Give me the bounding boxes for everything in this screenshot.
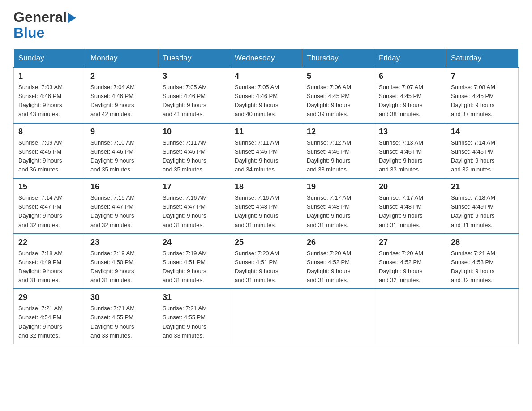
day-number: 7 xyxy=(451,72,514,81)
day-info: Sunrise: 7:18 AM Sunset: 4:49 PM Dayligh… xyxy=(451,193,514,230)
day-number: 17 xyxy=(163,182,225,192)
day-number: 22 xyxy=(18,238,81,247)
calendar-day-header: Saturday xyxy=(446,49,519,68)
day-number: 29 xyxy=(18,293,81,302)
day-info: Sunrise: 7:14 AM Sunset: 4:46 PM Dayligh… xyxy=(451,138,514,175)
calendar-cell xyxy=(446,289,519,344)
day-number: 11 xyxy=(235,127,297,137)
day-number: 26 xyxy=(307,238,369,247)
day-info: Sunrise: 7:17 AM Sunset: 4:48 PM Dayligh… xyxy=(307,193,369,230)
day-number: 25 xyxy=(235,238,297,247)
calendar-cell: 17 Sunrise: 7:16 AM Sunset: 4:47 PM Dayl… xyxy=(158,178,230,234)
day-info: Sunrise: 7:17 AM Sunset: 4:48 PM Dayligh… xyxy=(379,193,442,230)
calendar-cell: 5 Sunrise: 7:06 AM Sunset: 4:45 PM Dayli… xyxy=(302,68,374,123)
calendar-day-header: Tuesday xyxy=(158,49,230,68)
page-header: General Blue xyxy=(13,9,519,40)
calendar-cell: 13 Sunrise: 7:13 AM Sunset: 4:46 PM Dayl… xyxy=(374,123,446,179)
calendar-cell: 1 Sunrise: 7:03 AM Sunset: 4:46 PM Dayli… xyxy=(14,68,86,123)
day-number: 8 xyxy=(18,127,81,137)
calendar-week-row: 15 Sunrise: 7:14 AM Sunset: 4:47 PM Dayl… xyxy=(14,178,519,234)
day-number: 9 xyxy=(90,127,153,137)
day-number: 12 xyxy=(307,127,369,137)
day-info: Sunrise: 7:14 AM Sunset: 4:47 PM Dayligh… xyxy=(18,193,81,230)
calendar-cell: 6 Sunrise: 7:07 AM Sunset: 4:45 PM Dayli… xyxy=(374,68,446,123)
day-info: Sunrise: 7:19 AM Sunset: 4:50 PM Dayligh… xyxy=(90,249,153,285)
day-number: 13 xyxy=(379,127,442,137)
day-info: Sunrise: 7:05 AM Sunset: 4:46 PM Dayligh… xyxy=(235,83,297,119)
day-number: 18 xyxy=(235,182,297,192)
calendar-day-header: Monday xyxy=(86,49,158,68)
calendar-cell: 24 Sunrise: 7:19 AM Sunset: 4:51 PM Dayl… xyxy=(158,234,230,289)
calendar-cell: 28 Sunrise: 7:21 AM Sunset: 4:53 PM Dayl… xyxy=(446,234,519,289)
day-number: 3 xyxy=(163,72,225,81)
day-number: 27 xyxy=(379,238,442,247)
day-number: 14 xyxy=(451,127,514,137)
day-info: Sunrise: 7:03 AM Sunset: 4:46 PM Dayligh… xyxy=(18,83,81,119)
calendar-cell: 18 Sunrise: 7:16 AM Sunset: 4:48 PM Dayl… xyxy=(230,178,302,234)
day-info: Sunrise: 7:08 AM Sunset: 4:45 PM Dayligh… xyxy=(451,83,514,119)
day-number: 10 xyxy=(163,127,225,137)
day-info: Sunrise: 7:21 AM Sunset: 4:55 PM Dayligh… xyxy=(163,304,225,340)
day-info: Sunrise: 7:19 AM Sunset: 4:51 PM Dayligh… xyxy=(163,249,225,285)
day-info: Sunrise: 7:11 AM Sunset: 4:46 PM Dayligh… xyxy=(235,138,297,175)
calendar-cell: 4 Sunrise: 7:05 AM Sunset: 4:46 PM Dayli… xyxy=(230,68,302,123)
day-number: 23 xyxy=(90,238,153,247)
calendar-cell xyxy=(230,289,302,344)
calendar-cell: 7 Sunrise: 7:08 AM Sunset: 4:45 PM Dayli… xyxy=(446,68,519,123)
day-info: Sunrise: 7:21 AM Sunset: 4:53 PM Dayligh… xyxy=(451,249,514,285)
calendar-cell: 16 Sunrise: 7:15 AM Sunset: 4:47 PM Dayl… xyxy=(86,178,158,234)
calendar-day-header: Wednesday xyxy=(230,49,302,68)
calendar-cell: 2 Sunrise: 7:04 AM Sunset: 4:46 PM Dayli… xyxy=(86,68,158,123)
calendar-cell: 21 Sunrise: 7:18 AM Sunset: 4:49 PM Dayl… xyxy=(446,178,519,234)
day-number: 24 xyxy=(163,238,225,247)
day-info: Sunrise: 7:13 AM Sunset: 4:46 PM Dayligh… xyxy=(379,138,442,175)
day-number: 19 xyxy=(307,182,369,192)
day-number: 16 xyxy=(90,182,153,192)
day-info: Sunrise: 7:20 AM Sunset: 4:51 PM Dayligh… xyxy=(235,249,297,285)
calendar-cell: 15 Sunrise: 7:14 AM Sunset: 4:47 PM Dayl… xyxy=(14,178,86,234)
logo-blue-text: Blue xyxy=(13,26,44,40)
logo-general-text: General xyxy=(13,9,67,26)
day-number: 30 xyxy=(90,293,153,302)
calendar-cell: 29 Sunrise: 7:21 AM Sunset: 4:54 PM Dayl… xyxy=(14,289,86,344)
day-number: 6 xyxy=(379,72,442,81)
calendar-cell: 10 Sunrise: 7:11 AM Sunset: 4:46 PM Dayl… xyxy=(158,123,230,179)
calendar-week-row: 22 Sunrise: 7:18 AM Sunset: 4:49 PM Dayl… xyxy=(14,234,519,289)
calendar-day-header: Thursday xyxy=(302,49,374,68)
calendar-cell: 19 Sunrise: 7:17 AM Sunset: 4:48 PM Dayl… xyxy=(302,178,374,234)
calendar-cell xyxy=(374,289,446,344)
calendar-header-row: SundayMondayTuesdayWednesdayThursdayFrid… xyxy=(14,49,519,68)
day-number: 31 xyxy=(163,293,225,302)
day-info: Sunrise: 7:11 AM Sunset: 4:46 PM Dayligh… xyxy=(163,138,225,175)
calendar-day-header: Sunday xyxy=(14,49,86,68)
day-info: Sunrise: 7:15 AM Sunset: 4:47 PM Dayligh… xyxy=(90,193,153,230)
calendar-cell: 11 Sunrise: 7:11 AM Sunset: 4:46 PM Dayl… xyxy=(230,123,302,179)
logo-arrow-icon xyxy=(68,13,76,23)
calendar-cell xyxy=(302,289,374,344)
day-info: Sunrise: 7:10 AM Sunset: 4:46 PM Dayligh… xyxy=(90,138,153,175)
day-number: 1 xyxy=(18,72,81,81)
calendar-cell: 23 Sunrise: 7:19 AM Sunset: 4:50 PM Dayl… xyxy=(86,234,158,289)
day-number: 15 xyxy=(18,182,81,192)
calendar-cell: 26 Sunrise: 7:20 AM Sunset: 4:52 PM Dayl… xyxy=(302,234,374,289)
day-number: 2 xyxy=(90,72,153,81)
calendar-cell: 31 Sunrise: 7:21 AM Sunset: 4:55 PM Dayl… xyxy=(158,289,230,344)
day-info: Sunrise: 7:20 AM Sunset: 4:52 PM Dayligh… xyxy=(307,249,369,285)
calendar-cell: 27 Sunrise: 7:20 AM Sunset: 4:52 PM Dayl… xyxy=(374,234,446,289)
day-info: Sunrise: 7:16 AM Sunset: 4:48 PM Dayligh… xyxy=(235,193,297,230)
day-number: 28 xyxy=(451,238,514,247)
day-number: 5 xyxy=(307,72,369,81)
day-info: Sunrise: 7:18 AM Sunset: 4:49 PM Dayligh… xyxy=(18,249,81,285)
calendar-cell: 14 Sunrise: 7:14 AM Sunset: 4:46 PM Dayl… xyxy=(446,123,519,179)
day-info: Sunrise: 7:07 AM Sunset: 4:45 PM Dayligh… xyxy=(379,83,442,119)
day-info: Sunrise: 7:09 AM Sunset: 4:45 PM Dayligh… xyxy=(18,138,81,175)
day-info: Sunrise: 7:21 AM Sunset: 4:55 PM Dayligh… xyxy=(90,304,153,340)
day-number: 4 xyxy=(235,72,297,81)
day-info: Sunrise: 7:05 AM Sunset: 4:46 PM Dayligh… xyxy=(163,83,225,119)
calendar-day-header: Friday xyxy=(374,49,446,68)
calendar-week-row: 1 Sunrise: 7:03 AM Sunset: 4:46 PM Dayli… xyxy=(14,68,519,123)
calendar-cell: 20 Sunrise: 7:17 AM Sunset: 4:48 PM Dayl… xyxy=(374,178,446,234)
calendar-cell: 22 Sunrise: 7:18 AM Sunset: 4:49 PM Dayl… xyxy=(14,234,86,289)
calendar-cell: 3 Sunrise: 7:05 AM Sunset: 4:46 PM Dayli… xyxy=(158,68,230,123)
day-info: Sunrise: 7:21 AM Sunset: 4:54 PM Dayligh… xyxy=(18,304,81,340)
